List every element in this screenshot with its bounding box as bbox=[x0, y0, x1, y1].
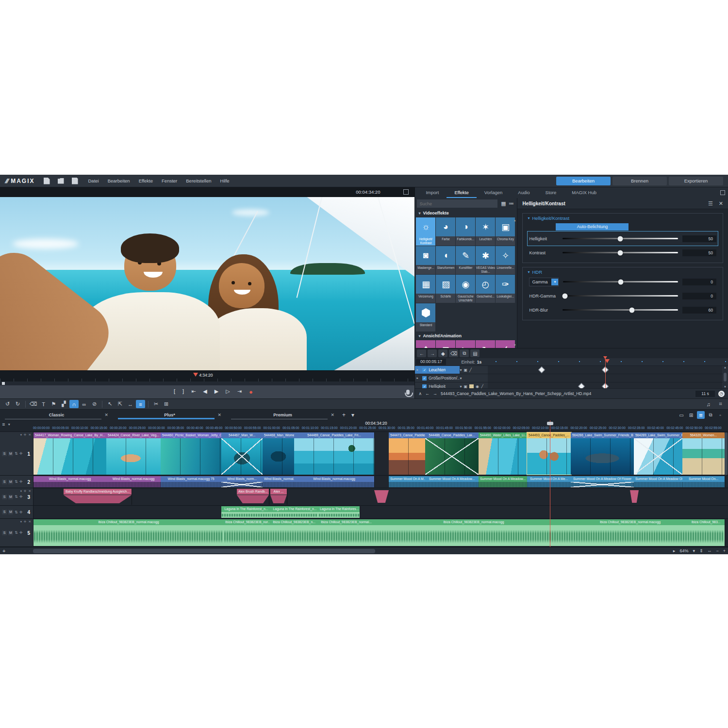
effect-tile-maskengenerator[interactable]: ◙Maskenge... bbox=[416, 246, 435, 274]
slider-track[interactable] bbox=[563, 295, 678, 297]
collapse-icon[interactable]: ▾ bbox=[20, 489, 22, 493]
track-height-icon[interactable]: ⇅ bbox=[15, 495, 18, 499]
clip-ibiza-chillout-983823e[interactable]: Ibiza Chillout_983823EB_normal.macogg bbox=[33, 519, 224, 546]
clip-wind-blasts-normal-mac[interactable]: Wind Blasts_normal.macogg bbox=[263, 476, 295, 487]
tab-magix-hub[interactable]: MAGIX Hub bbox=[564, 187, 604, 198]
sort-view-icon[interactable]: ≔ bbox=[507, 200, 515, 208]
play-button[interactable]: ▶ bbox=[215, 388, 218, 396]
prev-keyframe-button[interactable]: ← bbox=[417, 349, 426, 357]
track-move-icon[interactable]: ✛ bbox=[19, 480, 23, 484]
scrub-playhead-icon[interactable] bbox=[193, 373, 198, 377]
clip-summer-mood-on-a-meado[interactable]: Summer Mood On A Meadow... bbox=[479, 476, 528, 487]
clip-alex-brush-randb[interactable]: Alex Brush Randb... bbox=[237, 489, 269, 505]
timeline-vscrollbar[interactable] bbox=[725, 432, 728, 475]
unit-value[interactable]: 1s bbox=[477, 360, 481, 364]
project-tab-plus[interactable]: Plus*✕ bbox=[113, 410, 226, 420]
clip-baby-kruffy-randbesc[interactable]: Baby Kruffy Randbeschneidung Ausgleich..… bbox=[64, 489, 132, 505]
expander-icon[interactable]: ▸ bbox=[416, 376, 420, 380]
range-in-button[interactable]: [ bbox=[174, 388, 175, 396]
effect-tile-lookabgleich[interactable]: ✑Lookabglei... bbox=[496, 275, 515, 303]
clip-summer-mood-on-a-meado[interactable]: Summer Mood On A Meadow... bbox=[425, 476, 479, 487]
close-icon[interactable]: ✕ bbox=[217, 413, 221, 417]
effect-tile-groesse-position[interactable]: ✥ bbox=[416, 340, 435, 348]
menu-effekte[interactable]: Effekte bbox=[134, 178, 157, 183]
delete-keyframe-button[interactable]: ⌫ bbox=[449, 349, 458, 357]
track-lane-4[interactable]: Laguna In The Rainforest_n...Laguna In T… bbox=[33, 506, 728, 518]
clip-summer-mood-on-a-meado[interactable]: Summer Mood On A Meadow Of Flower bbox=[571, 476, 634, 487]
close-icon[interactable]: ✕ bbox=[104, 413, 108, 417]
effect-tile-helligkeit-kontrast[interactable]: ☼Helligkeit/ Kontrast bbox=[416, 217, 435, 246]
next-object-icon[interactable]: → bbox=[433, 391, 437, 396]
title-marker[interactable] bbox=[630, 490, 639, 503]
slider-value[interactable]: 60 bbox=[682, 307, 716, 314]
clip-544490-water-lilies-la[interactable]: 544490_Water_Lilies_Lake_Li... bbox=[479, 432, 528, 475]
clip-544493-canoe-paddles[interactable]: 544493_Canoe_Paddles_... bbox=[527, 432, 571, 475]
menu-bearbeiten[interactable]: Bearbeiten bbox=[103, 178, 134, 183]
effect-tile-neigung[interactable]: ∡ bbox=[496, 340, 515, 348]
timeline-view-button[interactable]: ≣ bbox=[697, 411, 705, 419]
clip-544473-canoe-paddles[interactable]: 544473_Canoe_Paddles... bbox=[389, 432, 426, 475]
fit-vertical-button[interactable]: ⇕ bbox=[699, 548, 703, 553]
panel-close-icon[interactable]: ✕ bbox=[719, 200, 723, 207]
section-header-ansicht-animation[interactable]: ▾Ansicht/Animation bbox=[415, 332, 517, 340]
mute-button[interactable]: M bbox=[8, 451, 13, 456]
jump-end-button[interactable]: ⇥ bbox=[237, 388, 242, 396]
clip-544467-man-w[interactable]: 544467_Man_W... bbox=[221, 432, 263, 475]
clip-laguna-in-the-rainfore[interactable]: Laguna In The Rainfores... bbox=[318, 506, 360, 518]
effect-tile-schaerfe[interactable]: ▨Schärfe bbox=[436, 275, 455, 303]
tab-store[interactable]: Store bbox=[538, 187, 564, 198]
keyframe-playhead[interactable] bbox=[605, 356, 606, 388]
group-title[interactable]: ▾Helligkeit/Kontrast bbox=[528, 215, 718, 221]
mute-button[interactable]: M bbox=[8, 480, 13, 484]
effect-tile-ausschnitt[interactable]: ⊡ bbox=[436, 340, 455, 348]
effect-tile-standard[interactable]: Standard bbox=[416, 303, 435, 331]
slider-handle[interactable] bbox=[618, 279, 623, 284]
zoom-level[interactable]: 64% bbox=[679, 548, 688, 553]
group-title[interactable]: ▾HDR bbox=[528, 269, 718, 275]
save-project-icon[interactable] bbox=[72, 178, 78, 184]
track-height-icon[interactable]: ⇅ bbox=[15, 530, 18, 535]
track-move-icon[interactable]: ✛ bbox=[19, 510, 23, 514]
clip-summer-mood-on[interactable]: Summer Mood On... bbox=[682, 476, 725, 487]
clip-544469-canoe-paddles-l[interactable]: 544469_Canoe_Paddles_Lake_Fri... bbox=[294, 432, 375, 475]
timeline-playhead[interactable] bbox=[550, 420, 550, 547]
collapse-icon[interactable]: ▾ bbox=[20, 433, 22, 437]
project-tab-premium[interactable]: Premium✕ bbox=[226, 410, 339, 420]
clip-wind-blasts-normal-mac[interactable]: Wind Blasts_normal.macogg bbox=[294, 476, 375, 487]
prev-object-icon[interactable]: ← bbox=[425, 391, 430, 396]
fit-horizontal-button[interactable]: ⇔ bbox=[707, 548, 711, 553]
track-header-2[interactable]: SM⇅✛2 bbox=[0, 476, 33, 488]
collapse-icon[interactable]: ∧ bbox=[418, 391, 422, 396]
search-input[interactable] bbox=[417, 199, 497, 208]
clip-544417-woman-rowing-ca[interactable]: 544417_Woman_Rowing_Canoe_Lake_By_H... bbox=[33, 432, 107, 475]
solo-button[interactable]: S bbox=[2, 451, 7, 456]
zoom-out-button[interactable]: − bbox=[716, 548, 718, 553]
checkbox-checked[interactable]: ✓ bbox=[422, 368, 427, 372]
effect-tile-linsenreflexe[interactable]: ✧Linsenrefle... bbox=[496, 246, 515, 274]
clip-summer-mood-on-a-meado[interactable]: Summer Mood On A Meadow Of Flo... bbox=[634, 476, 683, 487]
clip-wind-blasts-normal-mac[interactable]: Wind Blasts_normal.macogg bbox=[33, 476, 107, 487]
tab-import[interactable]: Import bbox=[418, 187, 447, 198]
clip-ibiza-chillout-983[interactable]: Ibiza Chillout_983... bbox=[687, 519, 725, 546]
storyboard-view-button[interactable]: ⊞ bbox=[687, 411, 695, 419]
grid-view-icon[interactable]: ▦ bbox=[499, 200, 507, 208]
clip-wind-blasts-normal-mac[interactable]: Wind Blasts_normal.macogg 75 bbox=[161, 476, 222, 487]
clip-duration[interactable]: 11 s bbox=[695, 391, 715, 397]
slider-track[interactable] bbox=[563, 238, 678, 239]
clip-564320-women[interactable]: 564320_Women... bbox=[682, 432, 725, 475]
track-lane-2[interactable]: Wind Blasts_normal.macoggWind Blasts_nor… bbox=[33, 476, 728, 488]
project-tab-menu-icon[interactable]: ▾ bbox=[348, 412, 357, 418]
control-icon[interactable]: ▣ bbox=[463, 368, 467, 372]
clock-icon[interactable]: ◷ bbox=[718, 391, 725, 397]
title-marker[interactable] bbox=[374, 490, 389, 503]
slider-track[interactable] bbox=[563, 309, 678, 311]
clip-summer-mood-on-a-m[interactable]: Summer Mood On A M... bbox=[389, 476, 426, 487]
control-icon[interactable]: ▾ bbox=[460, 368, 462, 372]
brennen-mode-button[interactable]: Brennen bbox=[612, 177, 667, 185]
ruler-menu-icon[interactable]: ▾ bbox=[8, 422, 10, 427]
gamma-dropdown[interactable]: Gamma▾ bbox=[529, 278, 559, 286]
track-header-4[interactable]: SM⇅✛4 bbox=[0, 506, 33, 518]
delete-button[interactable]: ⌫ bbox=[29, 400, 38, 408]
object-frame-button[interactable]: ⊞ bbox=[162, 400, 171, 408]
add-keyframe-button[interactable]: ◆ bbox=[438, 349, 447, 357]
